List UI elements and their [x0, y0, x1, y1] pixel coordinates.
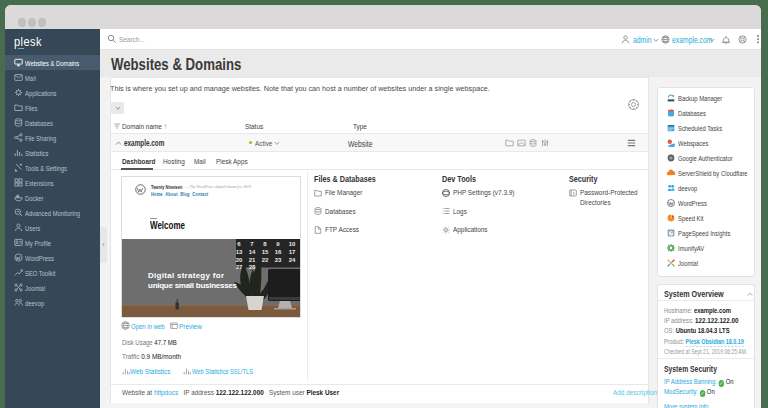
svg-text:23: 23	[275, 257, 282, 263]
svg-text:28: 28	[249, 264, 256, 270]
svg-text:13: 13	[236, 249, 243, 255]
svg-text:10: 10	[289, 241, 296, 247]
svg-text:20: 20	[236, 257, 243, 263]
svg-text:16: 16	[275, 249, 282, 255]
svg-text:unique small businesses: unique small businesses	[148, 281, 238, 290]
svg-text:24: 24	[289, 257, 296, 263]
svg-text:21: 21	[249, 257, 256, 263]
svg-text:17: 17	[289, 249, 296, 255]
svg-text:15: 15	[262, 249, 269, 255]
svg-text:22: 22	[262, 257, 269, 263]
svg-text:Digital strategy for: Digital strategy for	[148, 271, 224, 280]
svg-text:14: 14	[249, 249, 256, 255]
